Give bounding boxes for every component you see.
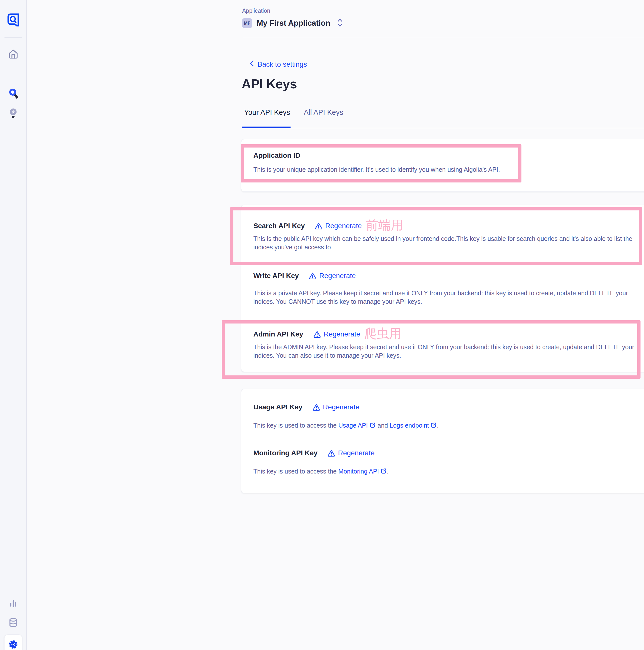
regenerate-label: Regenerate (324, 330, 360, 338)
search-api-key-row: Search API Key Regenerate 前端用 (253, 218, 403, 233)
regenerate-search-key-link[interactable]: Regenerate (315, 222, 362, 230)
write-api-key-row: Write API Key Regenerate (253, 272, 356, 280)
analytics-icon[interactable] (7, 597, 19, 609)
regenerate-label: Regenerate (325, 222, 362, 230)
external-link-icon (430, 422, 437, 430)
chevron-left-icon (250, 60, 254, 69)
monitoring-desc-text: This key is used to access the (253, 468, 338, 475)
warning-triangle-icon (313, 330, 321, 338)
admin-api-key-row: Admin API Key Regenerate 爬虫用 (253, 326, 402, 342)
warning-triangle-icon (327, 449, 335, 457)
usage-api-key-title: Usage API Key (253, 403, 302, 411)
regenerate-label: Regenerate (319, 272, 356, 280)
page-title: API Keys (242, 76, 297, 92)
application-id-description: This is your unique application identifi… (253, 165, 500, 174)
regenerate-label: Regenerate (338, 449, 374, 457)
application-avatar: MF (242, 18, 252, 28)
api-keys-page: Application MF My First Application Back… (0, 0, 644, 650)
regenerate-write-key-link[interactable]: Regenerate (309, 272, 356, 280)
regenerate-usage-key-link[interactable]: Regenerate (313, 403, 359, 411)
back-to-settings-label: Back to settings (258, 61, 307, 68)
meta-keys-card: Usage API Key Regenerate This key is use… (241, 389, 644, 493)
application-section-label: Application (242, 7, 270, 14)
recommend-icon[interactable] (7, 107, 19, 119)
usage-api-link[interactable]: Usage API (338, 422, 368, 429)
logs-endpoint-link[interactable]: Logs endpoint (390, 422, 429, 429)
settings-nav-active[interactable] (4, 635, 22, 650)
header-divider (243, 38, 644, 38)
admin-api-key-description: This is the ADMIN API key. Please keep i… (253, 343, 642, 360)
gear-icon (8, 639, 19, 650)
back-to-settings-link[interactable]: Back to settings (250, 60, 307, 69)
active-tab-underline (242, 127, 291, 128)
regenerate-monitoring-key-link[interactable]: Regenerate (327, 449, 374, 457)
chevron-up-down-icon (337, 18, 343, 29)
warning-triangle-icon (315, 222, 322, 230)
regenerate-label: Regenerate (323, 403, 359, 411)
admin-api-key-title: Admin API Key (253, 330, 303, 338)
monitoring-api-link[interactable]: Monitoring API (338, 468, 379, 475)
application-id-card: Application ID This is your unique appli… (241, 139, 644, 192)
warning-triangle-icon (309, 272, 317, 280)
sidebar-divider (4, 37, 22, 38)
monitoring-api-key-description: This key is used to access the Monitorin… (253, 467, 389, 476)
algolia-logo-icon[interactable] (6, 12, 21, 27)
usage-desc-text: and (376, 422, 390, 429)
application-name: My First Application (257, 19, 330, 28)
api-keys-card: Search API Key Regenerate 前端用 This is th… (241, 205, 644, 372)
tab-all-api-keys[interactable]: All API Keys (304, 108, 343, 116)
sidebar (0, 0, 27, 650)
search-api-key-title: Search API Key (253, 222, 305, 230)
search-icon[interactable] (7, 87, 19, 99)
application-id-title: Application ID (253, 151, 300, 159)
tab-your-api-keys[interactable]: Your API Keys (244, 108, 290, 116)
usage-api-key-description: This key is used to access the Usage API… (253, 421, 438, 430)
write-api-key-title: Write API Key (253, 272, 299, 280)
data-icon[interactable] (7, 617, 19, 628)
usage-api-key-row: Usage API Key Regenerate (253, 403, 359, 411)
warning-triangle-icon (313, 403, 320, 411)
home-icon[interactable] (7, 48, 19, 60)
write-api-key-description: This is a private API key. Please keep i… (253, 289, 642, 306)
usage-desc-text: This key is used to access the (253, 422, 338, 429)
monitoring-api-key-title: Monitoring API Key (253, 449, 318, 457)
tabs-divider (242, 128, 644, 128)
search-key-annotation: 前端用 (366, 217, 403, 233)
usage-desc-text: . (437, 422, 438, 429)
monitoring-desc-text: . (387, 468, 389, 475)
external-link-icon (381, 468, 387, 476)
admin-key-annotation: 爬虫用 (364, 325, 402, 342)
regenerate-admin-key-link[interactable]: Regenerate (313, 330, 360, 338)
external-link-icon (369, 422, 376, 430)
search-api-key-description: This is the public API key which can be … (253, 234, 642, 251)
monitoring-api-key-row: Monitoring API Key Regenerate (253, 449, 375, 457)
application-selector[interactable]: MF My First Application (242, 18, 343, 29)
